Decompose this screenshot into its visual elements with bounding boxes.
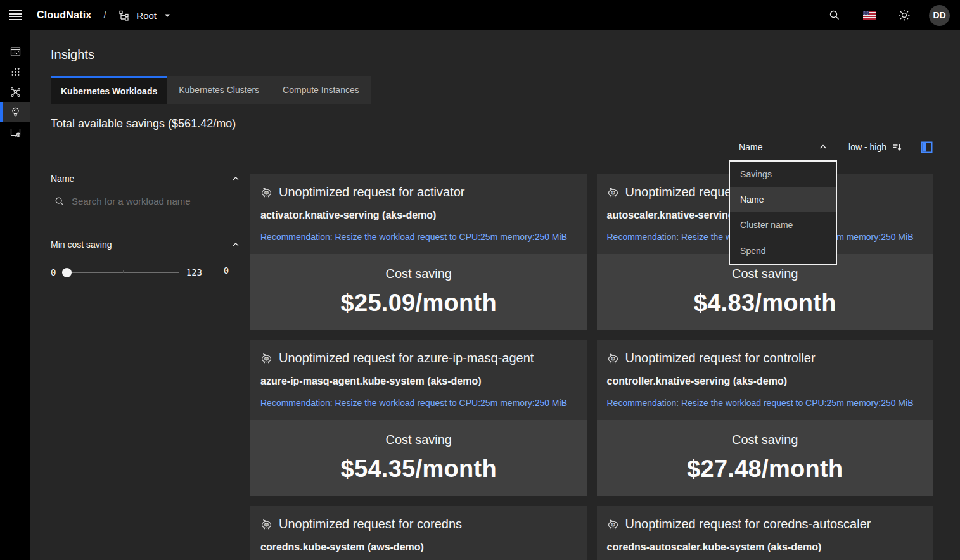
card-info-section: $ Unoptimized request for coredns coredn… bbox=[250, 506, 587, 560]
sidebar-item-dashboard[interactable] bbox=[0, 41, 30, 61]
card-title: Unoptimized request for azure-ip-masq-ag… bbox=[279, 350, 534, 366]
sidebar-item-clusters[interactable] bbox=[0, 82, 30, 102]
insight-card[interactable]: $ Unoptimized request for controller con… bbox=[597, 340, 934, 496]
slider-max-label: 123 bbox=[186, 267, 202, 277]
menu-item-name[interactable]: Name bbox=[730, 187, 836, 212]
svg-text:$: $ bbox=[612, 357, 614, 360]
card-workload-name: azure-ip-masq-agent.kube-system (aks-dem… bbox=[260, 375, 577, 387]
card-title: Unoptimized request for controller bbox=[625, 350, 816, 366]
slider-handle[interactable] bbox=[62, 268, 72, 277]
menu-item-cluster-name[interactable]: Cluster name bbox=[730, 212, 836, 238]
piggy-bank-icon: $ bbox=[260, 518, 272, 530]
cost-saving-label: Cost saving bbox=[602, 265, 929, 282]
min-cost-slider-row: 0 123 bbox=[51, 263, 240, 281]
insight-card[interactable]: $ Unoptimized request for coredns coredn… bbox=[250, 506, 587, 560]
monitor-gear-icon bbox=[10, 127, 22, 139]
piggy-bank-icon: $ bbox=[607, 186, 619, 198]
sidebar-item-insights[interactable] bbox=[0, 102, 30, 122]
search-icon bbox=[54, 196, 65, 207]
tab-kubernetes-workloads[interactable]: Kubernetes Workloads bbox=[51, 76, 167, 104]
card-cost-section: Cost saving $4.83/month bbox=[597, 254, 934, 330]
card-title: Unoptimized request for activator bbox=[279, 184, 464, 200]
card-workload-name: coredns.kube-system (aws-demo) bbox=[260, 541, 577, 553]
sort-controls: Name Savings Name Cluster name Spend low… bbox=[51, 137, 933, 157]
card-info-section: $ Unoptimized request for controller con… bbox=[597, 340, 934, 420]
svg-text:$: $ bbox=[612, 523, 614, 526]
card-info-section: $ Unoptimized request for activator acti… bbox=[250, 174, 587, 254]
total-savings-text: Total available savings ($561.42/mo) bbox=[51, 116, 933, 131]
cost-saving-label: Cost saving bbox=[602, 431, 929, 448]
filter-min-cost-header[interactable]: Min cost saving bbox=[51, 239, 240, 250]
tab-kubernetes-clusters[interactable]: Kubernetes Clusters bbox=[167, 76, 271, 104]
split-panel-icon bbox=[921, 141, 933, 153]
svg-text:$: $ bbox=[266, 191, 267, 194]
split-view-toggle[interactable] bbox=[919, 140, 933, 154]
piggy-bank-icon: $ bbox=[607, 352, 619, 364]
tab-compute-instances[interactable]: Compute Instances bbox=[271, 76, 371, 104]
filter-name-header[interactable]: Name bbox=[51, 174, 240, 184]
user-avatar[interactable]: DD bbox=[929, 5, 950, 26]
piggy-bank-icon: $ bbox=[607, 518, 619, 530]
sidebar bbox=[0, 30, 30, 560]
lightbulb-icon bbox=[10, 106, 22, 118]
card-info-section: $ Unoptimized request for coredns-autosc… bbox=[597, 506, 934, 560]
insight-card[interactable]: $ Unoptimized request for azure-ip-masq-… bbox=[250, 340, 587, 496]
theme-toggle-button[interactable] bbox=[894, 5, 914, 25]
min-cost-value-input[interactable] bbox=[212, 263, 240, 281]
search-icon bbox=[829, 10, 840, 21]
main-content: Insights Kubernetes Workloads Kubernetes… bbox=[30, 30, 960, 560]
hamburger-menu-icon[interactable] bbox=[9, 10, 22, 20]
slider-track[interactable] bbox=[62, 265, 178, 280]
cost-saving-amount: $54.35/month bbox=[255, 454, 582, 484]
chevron-up-icon bbox=[231, 174, 240, 183]
card-cost-section: Cost saving $25.09/month bbox=[250, 254, 587, 330]
slider-tick bbox=[123, 270, 124, 273]
card-title: Unoptimized request for coredns-autoscal… bbox=[625, 516, 871, 532]
menu-item-savings[interactable]: Savings bbox=[730, 162, 836, 187]
dashboard-icon bbox=[10, 46, 22, 58]
piggy-bank-icon: $ bbox=[260, 186, 272, 198]
caret-down-icon bbox=[162, 10, 172, 20]
breadcrumb-separator: / bbox=[103, 10, 106, 20]
sort-field-menu: Savings Name Cluster name Spend bbox=[729, 160, 837, 265]
search-button[interactable] bbox=[824, 5, 845, 25]
card-recommendation-link[interactable]: Recommendation: Resize the workload requ… bbox=[607, 397, 924, 409]
us-flag-icon bbox=[863, 11, 876, 20]
tree-view-icon bbox=[118, 9, 131, 22]
workload-search-input[interactable] bbox=[72, 196, 239, 207]
sort-descending-icon bbox=[892, 142, 902, 152]
menu-item-spend[interactable]: Spend bbox=[730, 238, 836, 264]
piggy-bank-icon: $ bbox=[260, 352, 272, 364]
svg-text:$: $ bbox=[612, 191, 614, 194]
brand-logo: CloudNatix bbox=[37, 10, 91, 21]
sidebar-item-workloads[interactable] bbox=[0, 61, 30, 82]
sort-order-toggle[interactable]: low - high bbox=[848, 142, 902, 152]
insight-card[interactable]: $ Unoptimized request for activator acti… bbox=[250, 174, 587, 330]
org-root-label: Root bbox=[136, 10, 157, 21]
card-workload-name: activator.knative-serving (aks-demo) bbox=[260, 209, 577, 221]
language-flag-button[interactable] bbox=[859, 5, 880, 25]
chevron-up-icon bbox=[818, 142, 828, 152]
card-workload-name: coredns-autoscaler.kube-system (aks-demo… bbox=[607, 541, 924, 553]
card-recommendation-link[interactable]: Recommendation: Resize the workload requ… bbox=[260, 231, 577, 243]
sort-order-label: low - high bbox=[848, 142, 886, 152]
min-cost-label: Min cost saving bbox=[51, 239, 112, 250]
svg-text:$: $ bbox=[266, 357, 267, 360]
sidebar-item-admin[interactable] bbox=[0, 122, 30, 143]
cost-saving-label: Cost saving bbox=[255, 431, 582, 448]
card-recommendation-link[interactable]: Recommendation: Resize the workload requ… bbox=[260, 397, 577, 409]
chevron-up-icon bbox=[231, 240, 240, 249]
slider-min-label: 0 bbox=[51, 267, 56, 277]
cost-saving-amount: $27.48/month bbox=[602, 454, 929, 484]
card-title: Unoptimized request for coredns bbox=[279, 516, 462, 532]
insights-tabs: Kubernetes Workloads Kubernetes Clusters… bbox=[51, 76, 933, 104]
topbar: CloudNatix / Root bbox=[0, 0, 960, 30]
filter-panel: Name Min cost saving bbox=[51, 174, 240, 281]
sort-field-dropdown[interactable]: Name Savings Name Cluster name Spend bbox=[729, 137, 837, 157]
cost-saving-label: Cost saving bbox=[255, 265, 582, 282]
org-root-selector[interactable]: Root bbox=[118, 9, 172, 22]
cost-saving-amount: $4.83/month bbox=[602, 288, 929, 318]
card-cost-section: Cost saving $27.48/month bbox=[597, 420, 934, 496]
insight-card[interactable]: $ Unoptimized request for coredns-autosc… bbox=[597, 506, 934, 560]
svg-text:$: $ bbox=[266, 523, 267, 526]
